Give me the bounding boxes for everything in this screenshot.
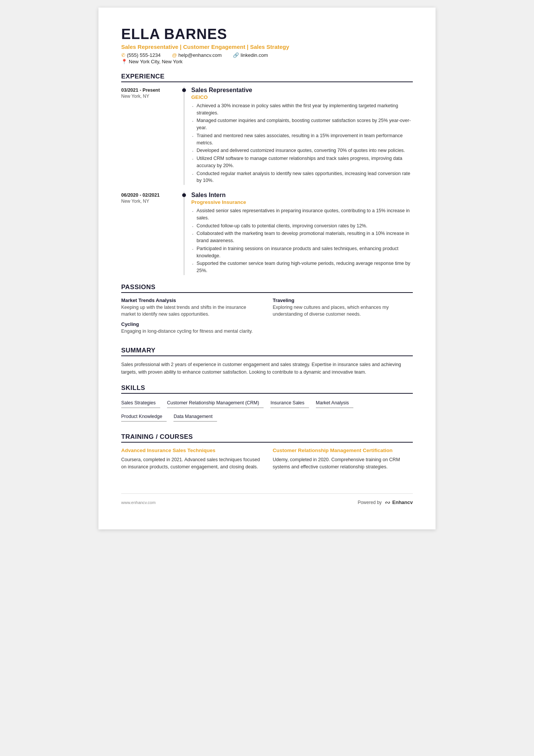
training-item-1: Advanced Insurance Sales Techniques Cour…	[121, 447, 261, 470]
exp-left-1: 03/2021 - Present New York, NY	[121, 87, 184, 185]
training-desc-2: Udemy, completed in 2020. Comprehensive …	[273, 456, 413, 471]
exp-job-title-1: Sales Representative	[191, 87, 413, 94]
resume-page: ELLA BARNES Sales Representative | Custo…	[98, 8, 436, 529]
skill-2: Customer Relationship Management (CRM)	[167, 398, 264, 408]
bullet-1-2: Managed customer inquiries and complaint…	[191, 117, 413, 131]
phone-contact: ✆ (555) 555-1234	[121, 52, 161, 58]
enhancv-icon: ∾	[385, 498, 390, 507]
exp-company-2: Progressive Insurance	[191, 199, 413, 205]
email-address: help@enhancv.com	[178, 52, 222, 58]
header: ELLA BARNES Sales Representative | Custo…	[121, 27, 413, 64]
contact-row: ✆ (555) 555-1234 @ help@enhancv.com 🔗 li…	[121, 52, 413, 58]
passion-item-2: Traveling Exploring new cultures and pla…	[273, 297, 413, 318]
experience-entry-2: 06/2020 - 02/2021 New York, NY Sales Int…	[121, 192, 413, 275]
exp-divider-1	[184, 87, 184, 185]
exp-bullets-1: Achieved a 30% increase in policy sales …	[191, 102, 413, 184]
training-course-title-1: Advanced Insurance Sales Techniques	[121, 447, 261, 454]
address-row: 📍 New York City, New York	[121, 59, 413, 64]
candidate-name: ELLA BARNES	[121, 27, 413, 42]
passions-grid: Market Trends Analysis Keeping up with t…	[121, 297, 413, 338]
bullet-1-6: Conducted regular market analysis to ide…	[191, 170, 413, 185]
passion-item-1: Market Trends Analysis Keeping up with t…	[121, 297, 261, 318]
passions-section: PASSIONS Market Trends Analysis Keeping …	[121, 283, 413, 338]
bullet-1-4: Developed and delivered customized insur…	[191, 147, 413, 154]
enhancv-logo: ∾ Enhancv	[385, 498, 413, 507]
exp-location-1: New York, NY	[121, 94, 184, 99]
experience-entry-1: 03/2021 - Present New York, NY Sales Rep…	[121, 87, 413, 185]
exp-left-2: 06/2020 - 02/2021 New York, NY	[121, 192, 184, 275]
skills-section: SKILLS Sales Strategies Customer Relatio…	[121, 384, 413, 425]
passions-title: PASSIONS	[121, 283, 413, 293]
footer-brand: Powered by ∾ Enhancv	[358, 498, 413, 507]
bullet-2-2: Conducted follow-up calls to potential c…	[191, 222, 413, 230]
linkedin-icon: 🔗	[233, 52, 239, 58]
skills-title: SKILLS	[121, 384, 413, 394]
skills-row-2: Product Knowledge Data Management	[121, 412, 413, 425]
skill-1: Sales Strategies	[121, 398, 160, 408]
address: New York City, New York	[129, 59, 183, 64]
skill-3: Insurance Sales	[270, 398, 309, 408]
passion-title-1: Market Trends Analysis	[121, 297, 261, 303]
linkedin-url: linkedin.com	[240, 52, 268, 58]
enhancv-brand-name: Enhancv	[392, 499, 413, 505]
email-icon: @	[172, 52, 177, 58]
powered-by-text: Powered by	[358, 500, 381, 505]
passion-desc-1: Keeping up with the latest trends and sh…	[121, 304, 261, 318]
exp-company-1: GEICO	[191, 94, 413, 100]
passion-item-3: Cycling Engaging in long-distance cyclin…	[121, 321, 261, 335]
skill-5: Product Knowledge	[121, 412, 167, 422]
exp-right-1: Sales Representative GEICO Achieved a 30…	[191, 87, 413, 185]
bullet-1-1: Achieved a 30% increase in policy sales …	[191, 102, 413, 117]
exp-date-2: 06/2020 - 02/2021	[121, 193, 184, 198]
training-course-title-2: Customer Relationship Management Certifi…	[273, 447, 413, 454]
training-desc-1: Coursera, completed in 2021. Advanced sa…	[121, 456, 261, 471]
summary-section: SUMMARY Sales professional with 2 years …	[121, 347, 413, 376]
bullet-2-3: Collaborated with the marketing team to …	[191, 230, 413, 244]
email-contact: @ help@enhancv.com	[172, 52, 222, 58]
experience-section: EXPERIENCE 03/2021 - Present New York, N…	[121, 73, 413, 275]
footer-website: www.enhancv.com	[121, 500, 156, 505]
phone-icon: ✆	[121, 52, 125, 58]
experience-title: EXPERIENCE	[121, 73, 413, 82]
bullet-2-1: Assisted senior sales representatives in…	[191, 207, 413, 222]
exp-right-2: Sales Intern Progressive Insurance Assis…	[191, 192, 413, 275]
skills-row-1: Sales Strategies Customer Relationship M…	[121, 398, 413, 411]
exp-bullets-2: Assisted senior sales representatives in…	[191, 207, 413, 274]
skill-4: Market Analysis	[316, 398, 354, 408]
passion-desc-3: Engaging in long-distance cycling for fi…	[121, 328, 261, 335]
candidate-tagline: Sales Representative | Customer Engageme…	[121, 44, 413, 50]
linkedin-contact: 🔗 linkedin.com	[233, 52, 268, 58]
passion-title-3: Cycling	[121, 321, 261, 327]
passion-title-2: Traveling	[273, 297, 413, 303]
phone-number: (555) 555-1234	[127, 52, 161, 58]
footer: www.enhancv.com Powered by ∾ Enhancv	[121, 493, 413, 507]
training-grid: Advanced Insurance Sales Techniques Cour…	[121, 447, 413, 470]
exp-job-title-2: Sales Intern	[191, 192, 413, 199]
passion-desc-2: Exploring new cultures and places, which…	[273, 304, 413, 318]
skill-6: Data Management	[173, 412, 217, 422]
training-title: TRAINING / COURSES	[121, 433, 413, 443]
bullet-2-5: Supported the customer service team duri…	[191, 260, 413, 274]
summary-title: SUMMARY	[121, 347, 413, 356]
bullet-1-3: Trained and mentored new sales associate…	[191, 132, 413, 147]
bullet-2-4: Participated in training sessions on ins…	[191, 245, 413, 260]
exp-date-1: 03/2021 - Present	[121, 88, 184, 93]
training-item-2: Customer Relationship Management Certifi…	[273, 447, 413, 470]
location-icon: 📍	[121, 59, 127, 64]
exp-location-2: New York, NY	[121, 199, 184, 204]
bullet-1-5: Utilized CRM software to manage customer…	[191, 155, 413, 169]
summary-text: Sales professional with 2 years of exper…	[121, 361, 413, 376]
training-section: TRAINING / COURSES Advanced Insurance Sa…	[121, 433, 413, 470]
exp-divider-2	[184, 192, 184, 275]
